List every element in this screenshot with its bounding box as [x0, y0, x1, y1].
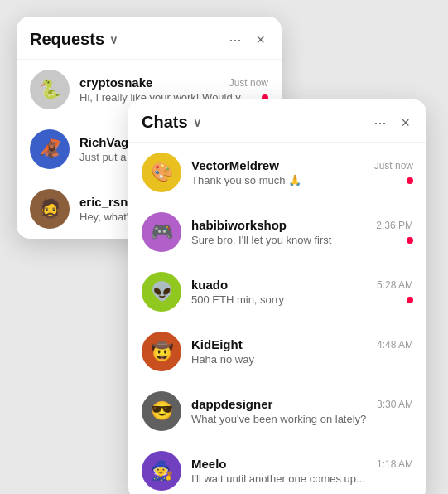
- chats-title-text: Chats: [142, 113, 188, 132]
- avatar: 🧔: [30, 189, 70, 229]
- chat-bottom: Sure bro, I'll let you know first: [191, 234, 413, 246]
- chats-list: 🎨 VectorMeldrew Just now Thank you so mu…: [128, 143, 426, 494]
- unread-dot: [407, 177, 413, 184]
- chat-bottom: I'll wait until another one comes up...: [191, 472, 413, 485]
- list-item[interactable]: 😎 dappdesigner 3:30 AM What you've been …: [128, 381, 426, 441]
- unread-dot: [407, 237, 413, 244]
- chat-time: 1:18 AM: [377, 458, 413, 470]
- requests-header-actions: ··· ×: [225, 31, 268, 49]
- chat-time: 3:30 AM: [377, 399, 413, 410]
- avatar: 🤠: [142, 332, 181, 371]
- requests-header: Requests ∨ ··· ×: [17, 17, 282, 60]
- list-item[interactable]: 🎨 VectorMeldrew Just now Thank you so mu…: [128, 143, 426, 202]
- chat-top: dappdesigner 3:30 AM: [191, 397, 413, 411]
- avatar: 😎: [142, 391, 181, 431]
- chat-content: Meelo 1:18 AM I'll wait until another on…: [191, 457, 413, 485]
- chat-bottom: Haha no way: [191, 353, 413, 366]
- chat-name: kuado: [191, 278, 228, 292]
- chat-top: KidEight 4:48 AM: [191, 337, 413, 351]
- chat-time: Just now: [374, 160, 413, 172]
- list-item[interactable]: 🎮 habibiworkshop 2:36 PM Sure bro, I'll …: [128, 202, 426, 262]
- chat-time: 5:28 AM: [377, 279, 413, 291]
- chat-preview: I'll wait until another one comes up...: [191, 472, 413, 485]
- chats-title: Chats ∨: [142, 113, 370, 132]
- list-item[interactable]: 👽 kuado 5:28 AM 500 ETH min, sorry: [128, 262, 426, 322]
- chats-header-actions: ··· ×: [370, 114, 413, 132]
- chat-top: habibiworkshop 2:36 PM: [191, 218, 413, 232]
- chat-name: cryptosnake: [79, 75, 152, 90]
- chats-close-button[interactable]: ×: [397, 114, 413, 132]
- chat-content: dappdesigner 3:30 AM What you've been wo…: [191, 397, 413, 425]
- chat-content: KidEight 4:48 AM Haha no way: [191, 337, 413, 366]
- unread-dot: [407, 297, 413, 303]
- chat-time: Just now: [229, 77, 268, 89]
- chat-name: VectorMeldrew: [191, 158, 279, 172]
- avatar: 🧙: [142, 451, 181, 491]
- avatar: 🎨: [142, 153, 181, 192]
- chat-preview: What you've been working on lately?: [191, 413, 413, 425]
- chat-name: habibiworkshop: [191, 218, 287, 232]
- chat-top: Meelo 1:18 AM: [191, 457, 413, 471]
- chat-content: habibiworkshop 2:36 PM Sure bro, I'll le…: [191, 218, 413, 246]
- chat-preview: 500 ETH min, sorry: [191, 293, 402, 306]
- chat-time: 4:48 AM: [377, 339, 413, 351]
- chat-preview: Sure bro, I'll let you know first: [191, 234, 402, 246]
- chat-top: cryptosnake Just now: [79, 75, 268, 90]
- requests-close-button[interactable]: ×: [253, 31, 268, 49]
- chat-bottom: Thank you so much 🙏: [191, 174, 413, 186]
- chat-preview: Haha no way: [191, 353, 413, 366]
- list-item[interactable]: 🧙 Meelo 1:18 AM I'll wait until another …: [128, 441, 426, 494]
- requests-more-button[interactable]: ···: [225, 31, 244, 49]
- chat-content: VectorMeldrew Just now Thank you so much…: [191, 158, 413, 186]
- requests-chevron-icon[interactable]: ∨: [109, 33, 118, 46]
- chats-more-button[interactable]: ···: [370, 114, 389, 132]
- chat-bottom: What you've been working on lately?: [191, 413, 413, 425]
- chat-top: VectorMeldrew Just now: [191, 158, 413, 172]
- chats-header: Chats ∨ ··· ×: [128, 99, 426, 143]
- chats-chevron-icon[interactable]: ∨: [193, 116, 201, 129]
- chat-bottom: 500 ETH min, sorry: [191, 293, 413, 306]
- chats-panel: Chats ∨ ··· × 🎨 VectorMeldrew Just now T…: [128, 99, 426, 494]
- chat-content: kuado 5:28 AM 500 ETH min, sorry: [191, 278, 413, 306]
- avatar: 👽: [142, 272, 181, 312]
- list-item[interactable]: 🤠 KidEight 4:48 AM Haha no way: [128, 322, 426, 381]
- avatar: 🦧: [30, 129, 70, 169]
- chat-name: KidEight: [191, 337, 243, 351]
- chat-top: kuado 5:28 AM: [191, 278, 413, 292]
- avatar: 🎮: [142, 212, 181, 252]
- chat-name: dappdesigner: [191, 397, 272, 411]
- chat-preview: Thank you so much 🙏: [191, 174, 402, 186]
- avatar: 🐍: [30, 70, 70, 109]
- requests-title-text: Requests: [30, 30, 104, 49]
- requests-title: Requests ∨: [30, 30, 225, 49]
- chat-name: eric_rsno: [79, 195, 136, 209]
- chat-time: 2:36 PM: [376, 220, 413, 231]
- chat-name: Meelo: [191, 457, 227, 471]
